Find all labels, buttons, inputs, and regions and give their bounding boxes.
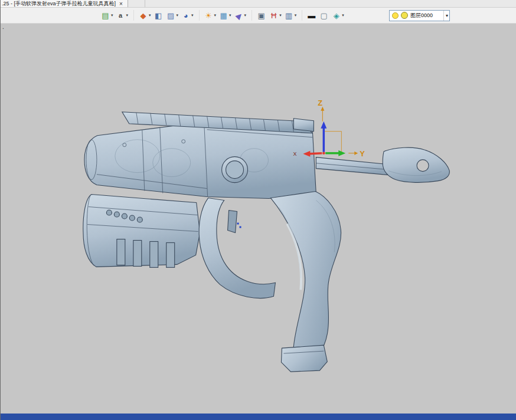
compass-icon[interactable]: ▶ (231, 8, 246, 22)
layer-color-swatch[interactable] (401, 12, 408, 19)
gun-stock-bracket[interactable] (383, 147, 449, 182)
texture-icon[interactable]: ▦ (218, 11, 228, 21)
toolbar-group-solid[interactable]: ▨ ▾ (165, 9, 179, 22)
x-axis-label: X (293, 151, 296, 157)
toolbar-separator (298, 10, 302, 21)
chevron-down-icon[interactable]: ▾ (191, 13, 194, 18)
axis-origin-dot (322, 152, 325, 154)
toolbar-group-texture[interactable]: ▦ ▾ (218, 9, 232, 22)
chevron-down-icon[interactable]: ▾ (126, 13, 129, 18)
solid-icon[interactable]: ▨ (166, 11, 176, 21)
chevron-down-icon[interactable]: ▾ (342, 13, 344, 18)
frame-icon[interactable]: ▢ (319, 11, 329, 21)
gun-grip-base[interactable] (281, 345, 327, 372)
toolbar-separator (195, 10, 200, 21)
close-tab-icon[interactable]: × (118, 1, 124, 7)
axis-widget-box (324, 132, 341, 153)
pump-dot (137, 217, 142, 222)
sphere-icon[interactable]: ◕ (181, 11, 191, 21)
toolbar-group-window[interactable]: ▣ (256, 9, 267, 22)
pump-rail-slot (117, 239, 125, 265)
visibility-icon[interactable]: ◈ (331, 11, 341, 21)
toolbar-group-display[interactable]: ▥ ▾ (283, 9, 298, 22)
viewport-3d-scene[interactable]: Z Y X (1, 24, 516, 414)
text-style-icon[interactable]: a (116, 11, 126, 21)
gun-receiver[interactable] (84, 122, 316, 199)
gun-model[interactable] (83, 112, 450, 372)
rear-sight[interactable] (293, 119, 313, 132)
chevron-down-icon[interactable]: ▾ (177, 13, 179, 18)
combo-dropdown-icon[interactable]: ▾ (443, 11, 448, 21)
pump-rail-slot (166, 242, 175, 267)
toolbar-group-text-style[interactable]: a ▾ (115, 9, 129, 22)
app-window: .25 - [手动软弹发射eva子弹手拉枪儿童玩具真枪] × ▤ ▾ a ▾ ◆… (0, 0, 516, 420)
pump-dot (114, 212, 119, 217)
z-axis-label: Z (318, 99, 322, 107)
chevron-down-icon[interactable]: ▾ (214, 13, 217, 18)
toolbar-group-color-wheel[interactable]: ☀ ▾ (203, 9, 217, 22)
snap-marker (237, 222, 239, 224)
toolbar-group-compass[interactable]: ▶ ▾ (233, 9, 247, 22)
line-width-icon[interactable]: ▬ (306, 11, 316, 21)
pump-rail-slot (133, 240, 142, 266)
toolbar-group-line-width[interactable]: ▬ (306, 9, 317, 22)
display-icon[interactable]: ▥ (284, 11, 294, 21)
chevron-down-icon[interactable]: ▾ (149, 13, 151, 18)
color-wheel-icon[interactable]: ☀ (204, 11, 214, 21)
main-toolbar: ▤ ▾ a ▾ ◆ ▾ ◧ ▨ ▾ ◕ ▾ ☀ ▾ ▦ ▾ (1, 8, 516, 24)
y-axis-extension-arrowhead (354, 152, 358, 155)
tab-bar: .25 - [手动软弹发射eva子弹手拉枪儿童玩具真枪] × (1, 0, 516, 8)
extrude-icon[interactable]: ◧ (154, 11, 164, 21)
pump-dot (106, 210, 112, 215)
toolbar-group-frame[interactable]: ▢ (318, 9, 329, 22)
toolbar-group-extrude[interactable]: ◧ (153, 9, 164, 22)
toolbar-group-sketch[interactable]: ◆ ▾ (138, 9, 152, 22)
status-bar (1, 414, 516, 420)
layer-name: 图层0000 (410, 12, 441, 19)
receiver-dial-inner (226, 161, 244, 179)
chevron-down-icon[interactable]: ▾ (295, 13, 297, 18)
viewport-canvas[interactable]: . (1, 24, 516, 414)
pump-dot (129, 215, 135, 221)
sketch-icon[interactable]: ◆ (138, 11, 148, 21)
gun-trigger[interactable] (228, 211, 237, 233)
layer-combobox[interactable]: 图层0000 ▾ (389, 10, 450, 21)
gun-grip[interactable] (270, 192, 341, 364)
chevron-down-icon[interactable]: ▾ (111, 13, 113, 18)
toolbar-group-dimension[interactable]: Ħ ▾ (268, 9, 282, 22)
pump-dot (122, 214, 127, 219)
tab-strip-spacer (128, 0, 145, 7)
lightbulb-icon[interactable] (392, 12, 399, 19)
toolbar-group-visibility[interactable]: ◈ ▾ (331, 9, 345, 22)
toolbar-group-paste[interactable]: ▤ ▾ (100, 9, 114, 22)
toolbar-separator (248, 10, 252, 21)
snap-marker (240, 226, 241, 228)
document-tab-title: .25 - [手动软弹发射eva子弹手拉枪儿童玩具真枪] (2, 0, 116, 8)
chevron-down-icon[interactable]: ▾ (279, 13, 282, 18)
y-axis-label: Y (360, 149, 365, 158)
z-axis-arrowhead (321, 122, 326, 129)
document-tab[interactable]: .25 - [手动软弹发射eva子弹手拉枪儿童玩具真枪] × (1, 0, 128, 7)
toolbar-separator (130, 10, 134, 21)
gun-stock-arm[interactable] (316, 158, 388, 175)
z-axis-extension-arrowhead (321, 107, 324, 111)
x-axis-arrow[interactable] (309, 153, 322, 154)
window-icon[interactable]: ▣ (256, 11, 266, 21)
paste-icon[interactable]: ▤ (100, 11, 110, 21)
pump-rail-slot (150, 241, 158, 267)
toolbar-group-sphere[interactable]: ◕ ▾ (180, 9, 194, 22)
stock-bracket-hole (417, 160, 429, 172)
dimension-icon[interactable]: Ħ (269, 11, 279, 21)
y-axis-arrowhead (338, 150, 345, 156)
